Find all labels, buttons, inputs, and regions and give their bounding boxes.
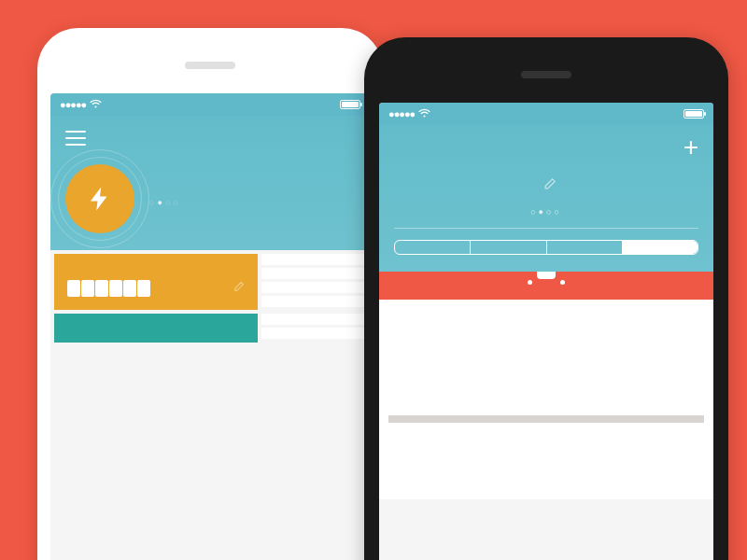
stat-perday	[261, 268, 366, 279]
add-icon[interactable]: +	[684, 138, 698, 157]
wifi-icon	[418, 108, 430, 119]
wifi-icon	[90, 99, 102, 110]
menu-icon[interactable]	[65, 131, 86, 146]
header: ○●○○	[50, 116, 370, 250]
phone-black-frame: ●●●●● + ○●○○	[364, 37, 728, 560]
speaker	[185, 62, 235, 69]
page-indicator[interactable]: ○●○○	[394, 207, 698, 217]
tab-annees[interactable]	[623, 241, 698, 254]
tab-saison[interactable]	[471, 241, 546, 254]
month-card-aout[interactable]	[54, 254, 366, 310]
stat-year-delta	[261, 296, 366, 307]
edit-icon[interactable]	[233, 281, 245, 296]
status-bar: ●●●●●	[50, 93, 370, 116]
stat-perday	[261, 328, 366, 339]
status-bar: ●●●●●	[379, 103, 713, 125]
signal-dots-icon: ●●●●●	[388, 108, 415, 119]
signal-dots-icon: ●●●●●	[60, 99, 86, 110]
header: + ○●○○	[379, 125, 713, 272]
battery-icon	[340, 100, 360, 109]
tab-semestre[interactable]	[547, 241, 623, 254]
edit-icon[interactable]	[543, 170, 557, 198]
bolt-icon	[65, 164, 134, 233]
tab-mois[interactable]	[395, 241, 471, 254]
page-title	[394, 170, 698, 198]
phone-white-frame: ●●●●● ○●○○	[37, 28, 383, 560]
speaker	[521, 71, 571, 78]
screen: ●●●●● ○●○○	[50, 93, 370, 560]
comparison-chart	[379, 300, 713, 499]
battery-icon	[684, 109, 704, 119]
period-segmented-control[interactable]	[394, 240, 698, 255]
page-indicator[interactable]: ○●○○	[149, 198, 181, 207]
screen: ●●●●● + ○●○○	[379, 103, 713, 560]
odometer	[67, 280, 245, 297]
month-card-juillet[interactable]	[54, 314, 366, 343]
stat-price	[261, 254, 366, 265]
vs-label	[537, 272, 556, 279]
vs-banner	[379, 272, 713, 300]
divider	[394, 228, 698, 229]
stat-price	[261, 314, 366, 325]
stat-month-delta	[261, 282, 366, 293]
